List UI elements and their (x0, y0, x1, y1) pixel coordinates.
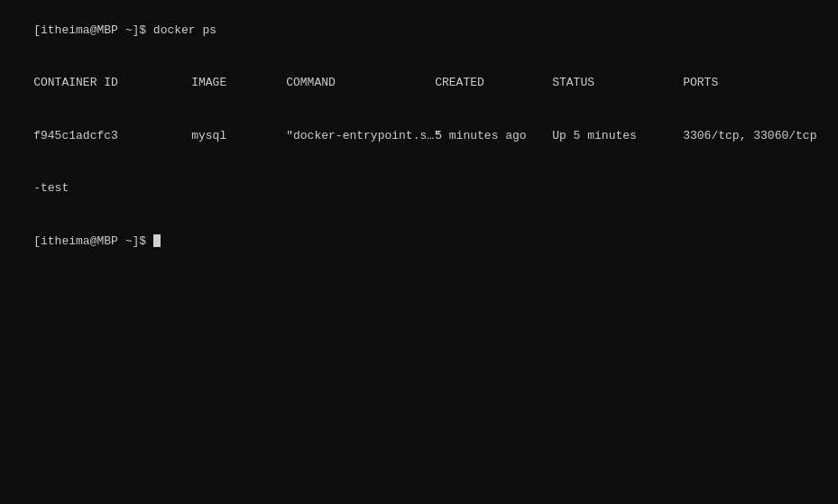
cell-ports: 3306/tcp, 33060/tcp (683, 127, 838, 145)
header-status: STATUS (552, 74, 683, 92)
names-continuation: -test (33, 181, 69, 195)
table-row-1: f945c1adcfc3mysql"docker-entrypoint.s…"5… (5, 109, 833, 162)
cell-created: 5 minutes ago (435, 127, 552, 145)
cell-container-id: f945c1adcfc3 (33, 127, 191, 145)
cell-image: mysql (191, 127, 286, 145)
cell-command: "docker-entrypoint.s…" (286, 127, 435, 145)
command-1: docker ps (153, 23, 216, 37)
command-line-2: [itheima@MBP ~]$ (5, 215, 833, 268)
cursor (153, 234, 161, 247)
table-row-continuation: -test (5, 162, 833, 215)
header-ports: PORTS (683, 74, 838, 92)
command-line-1: [itheima@MBP ~]$ docker ps (5, 4, 833, 57)
table-header: CONTAINER IDIMAGECOMMANDCREATEDSTATUSPOR… (5, 57, 833, 110)
terminal: [itheima@MBP ~]$ docker ps CONTAINER IDI… (5, 4, 833, 500)
prompt-1: [itheima@MBP ~]$ (33, 23, 153, 37)
prompt-2: [itheima@MBP ~]$ (33, 234, 153, 248)
header-container-id: CONTAINER ID (33, 74, 191, 92)
header-created: CREATED (435, 74, 552, 92)
header-command: COMMAND (286, 74, 435, 92)
header-image: IMAGE (191, 74, 286, 92)
cell-status: Up 5 minutes (552, 127, 683, 145)
